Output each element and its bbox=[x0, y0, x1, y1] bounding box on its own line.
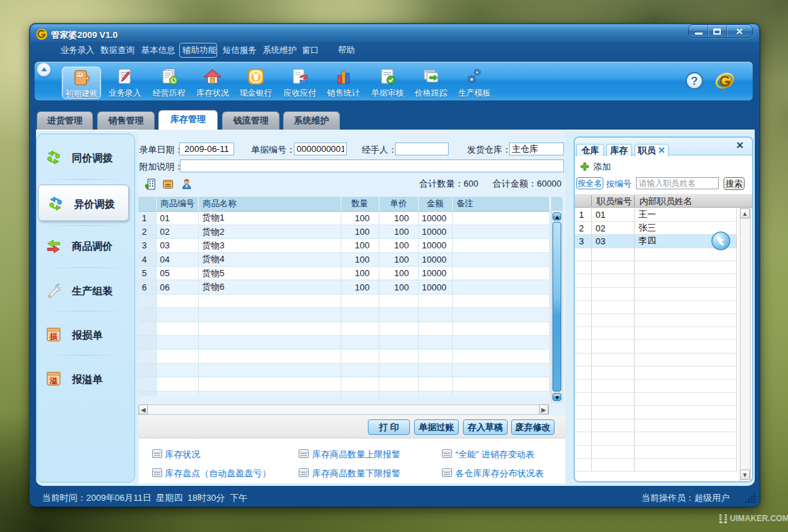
svg-text:溢: 溢 bbox=[49, 377, 58, 385]
svg-text:损: 损 bbox=[49, 332, 58, 341]
